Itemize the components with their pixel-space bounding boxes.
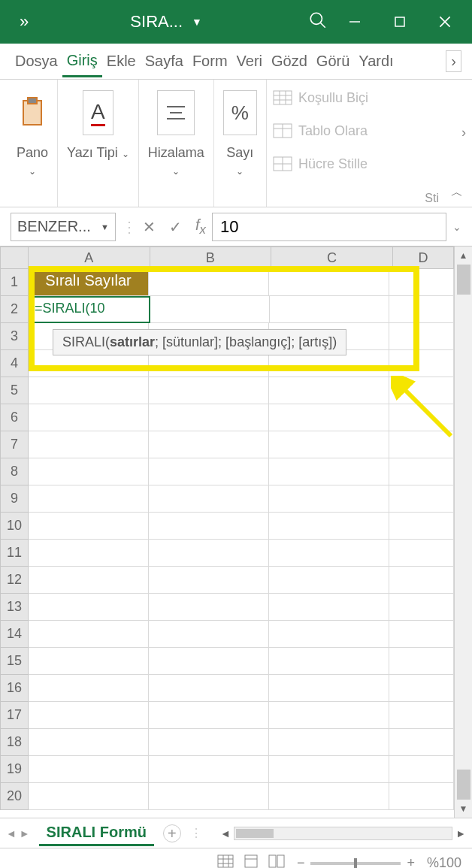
cell[interactable] (29, 729, 149, 756)
cell[interactable] (389, 458, 454, 485)
hscroll-thumb[interactable] (236, 829, 274, 838)
cell[interactable] (389, 485, 454, 513)
cell[interactable] (389, 675, 454, 702)
cell[interactable] (149, 540, 269, 567)
cell[interactable] (29, 567, 149, 594)
cell[interactable] (389, 621, 454, 648)
col-header-a[interactable]: A (29, 246, 150, 269)
row-header[interactable]: 9 (0, 485, 29, 513)
search-icon[interactable] (308, 11, 328, 33)
cell[interactable] (269, 513, 389, 540)
row-header[interactable]: 12 (0, 567, 29, 594)
cell[interactable] (29, 540, 149, 567)
cell[interactable] (149, 783, 269, 810)
cell[interactable] (149, 702, 269, 729)
row-header[interactable]: 16 (0, 675, 29, 702)
formula-input[interactable]: 10 (212, 213, 446, 241)
group-hizalama[interactable]: Hizalama⌄ (139, 80, 214, 207)
cell[interactable] (389, 513, 454, 540)
cell-styles-button[interactable]: Hücre Stille (273, 150, 466, 177)
tab-goru[interactable]: Görü (312, 47, 354, 76)
cell[interactable] (269, 485, 389, 513)
cell[interactable] (149, 458, 269, 485)
cell[interactable] (389, 702, 454, 729)
cell[interactable] (269, 729, 389, 756)
scroll-left-icon[interactable]: ◄ (220, 827, 231, 839)
cell[interactable] (269, 756, 389, 783)
cell[interactable] (389, 756, 454, 783)
row-header[interactable]: 2 (0, 296, 29, 323)
tab-form[interactable]: Form (188, 47, 232, 76)
cell[interactable] (29, 513, 149, 540)
group-sayi[interactable]: % Sayı⌄ (214, 80, 267, 207)
cell[interactable] (389, 594, 454, 621)
cell[interactable] (269, 621, 389, 648)
group-yazi[interactable]: A Yazı Tipi ⌄ (58, 80, 139, 207)
conditional-format-button[interactable]: Koşullu Biçi (273, 84, 466, 111)
cell[interactable] (269, 648, 389, 675)
cell[interactable]: =SIRALI(10 (29, 296, 150, 323)
sheet-tab-active[interactable]: SIRALI Formü (39, 821, 154, 846)
cell[interactable] (149, 675, 269, 702)
cell[interactable] (269, 702, 389, 729)
accept-formula-icon[interactable]: ✓ (169, 218, 182, 236)
zoom-slider[interactable] (310, 862, 401, 865)
cell[interactable] (269, 269, 389, 296)
cell[interactable] (29, 431, 149, 458)
name-box[interactable]: BENZER... ▼ (11, 213, 116, 241)
cell[interactable] (29, 485, 149, 513)
cell[interactable] (389, 783, 454, 810)
format-table-button[interactable]: Tablo Olara (273, 117, 466, 144)
cell[interactable] (389, 269, 454, 296)
cell[interactable] (149, 269, 269, 296)
row-header[interactable]: 6 (0, 404, 29, 431)
row-header[interactable]: 20 (0, 783, 29, 810)
cell[interactable] (29, 458, 149, 485)
cell[interactable] (389, 323, 454, 350)
close-button[interactable] (436, 13, 454, 31)
fx-icon[interactable]: fx (195, 216, 206, 237)
tab-yardi[interactable]: Yardı (354, 47, 398, 76)
styles-scroll-icon[interactable]: › (461, 125, 466, 141)
row-header[interactable]: 17 (0, 702, 29, 729)
cell[interactable] (389, 296, 454, 323)
cell[interactable] (29, 621, 149, 648)
zoom-out-button[interactable]: − (297, 855, 305, 868)
row-header[interactable]: 1 (0, 269, 29, 296)
cell[interactable] (150, 296, 270, 323)
select-all-corner[interactable] (0, 246, 29, 269)
cell[interactable] (149, 729, 269, 756)
cell[interactable] (29, 756, 149, 783)
tab-gozd[interactable]: Gözd (267, 47, 312, 76)
cell[interactable] (29, 404, 149, 431)
page-layout-icon[interactable] (243, 854, 259, 868)
expand-formula-icon[interactable]: ⌄ (452, 221, 461, 233)
cell[interactable] (269, 458, 389, 485)
cell[interactable] (149, 621, 269, 648)
row-header[interactable]: 5 (0, 377, 29, 404)
scroll-thumb-bottom[interactable] (457, 770, 470, 800)
sheet-nav[interactable]: ◄ ► (6, 827, 30, 839)
cell[interactable] (149, 377, 269, 404)
cell[interactable] (269, 377, 389, 404)
minimize-button[interactable] (346, 13, 364, 31)
cell[interactable] (149, 594, 269, 621)
row-header[interactable]: 19 (0, 756, 29, 783)
scroll-down-icon[interactable]: ▼ (455, 800, 472, 818)
cell[interactable] (149, 431, 269, 458)
cell[interactable] (389, 540, 454, 567)
tab-giris[interactable]: Giriş (62, 46, 102, 77)
row-header[interactable]: 18 (0, 729, 29, 756)
add-sheet-button[interactable]: + (163, 824, 181, 842)
cell[interactable] (29, 594, 149, 621)
cell[interactable] (269, 567, 389, 594)
cell[interactable] (389, 350, 454, 377)
row-header[interactable]: 7 (0, 431, 29, 458)
row-header[interactable]: 8 (0, 458, 29, 485)
row-header[interactable]: 4 (0, 350, 29, 377)
scroll-up-icon[interactable]: ▲ (455, 246, 472, 265)
cell[interactable] (29, 783, 149, 810)
tab-dosya[interactable]: Dosya (11, 47, 62, 76)
cell[interactable] (29, 675, 149, 702)
cancel-formula-icon[interactable]: ✕ (143, 218, 156, 236)
